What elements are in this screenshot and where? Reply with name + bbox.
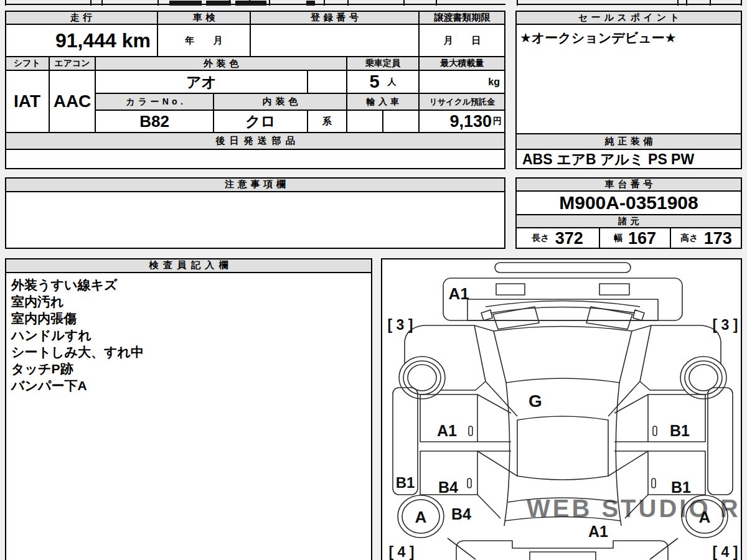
top-cut-text-remnant: [169, 1, 202, 6]
transfer-deadline-value: 月 日: [419, 24, 505, 57]
spec-width-cell: 幅 167: [599, 228, 670, 249]
inspector-header-label: 検査員記入欄: [144, 259, 233, 271]
rear-bumper: [456, 541, 668, 560]
front-grille-right: [599, 284, 629, 295]
window-line-left-rear: [477, 451, 517, 476]
top-cut-text-remnant: [306, 1, 315, 6]
width-label: 幅: [614, 233, 622, 244]
interior-color-text: クロ: [245, 111, 276, 131]
front-wheel-left: [399, 357, 445, 399]
top-cut-tick: [90, 0, 92, 6]
hood-edge: [486, 301, 640, 307]
inspector-note-line: バンパー下A: [11, 377, 87, 394]
front-grille-left: [496, 284, 525, 295]
sales-point-header: セールスポイント: [515, 11, 742, 24]
label-rocker-left: B1: [396, 474, 415, 491]
transfer-month-label: 月: [444, 35, 453, 47]
chassis-number-text: M900A-0351908: [559, 192, 698, 213]
label-tire-rear-left: [ 4 ]: [389, 544, 415, 560]
later-parts-value-empty: [5, 149, 505, 169]
top-cut-tick: [677, 0, 679, 6]
spec-length-cell: 長さ 372: [515, 228, 599, 249]
equipment-value: ABS エアB アルミ PS PW: [515, 149, 742, 169]
exterior-color-value: アオ: [95, 70, 308, 93]
capacity-unit: 人: [388, 77, 397, 88]
window-line-right-rear: [608, 451, 648, 476]
shift-value: IAT: [5, 70, 49, 133]
a-pillar-line-left2: [486, 381, 517, 416]
top-cut-tick: [436, 0, 437, 6]
height-label: 高さ: [680, 233, 698, 244]
license-plate-area: [530, 552, 596, 560]
top-cut-tick: [347, 0, 349, 6]
top-cut-text-remnant: [206, 1, 231, 6]
inspection-header-label: 車検: [189, 12, 218, 24]
equipment-header: 純正装備: [515, 134, 742, 149]
top-cut-tick: [710, 0, 711, 6]
color-no-text: B82: [139, 112, 169, 131]
registration-header-label: 登録番号: [307, 12, 362, 24]
top-cut-tick: [269, 0, 270, 6]
a-pillar-line-right2: [608, 381, 640, 416]
damage-diagram-panel: WEB STUDIO R A1 [ 3 ] [ 3 ] G A1 B1 B1 B…: [381, 258, 742, 560]
interior-color-header-label: 内装色: [259, 96, 301, 108]
top-cut-tick: [101, 0, 103, 6]
length-label: 長さ: [532, 233, 549, 244]
door-gap-left: [477, 442, 511, 451]
top-cut-row-line-right: [517, 0, 742, 5]
label-rear-wheel-left: A: [415, 508, 427, 526]
capacity-header: 乗車定員: [347, 57, 419, 70]
interior-color-header: 内装色: [214, 93, 347, 110]
inspector-note-line: 外装うすい線キズ: [11, 276, 117, 293]
import-car-header-label: 輸入車: [363, 96, 402, 108]
transfer-deadline-label: 譲渡書類期限: [435, 12, 491, 24]
mileage-value: 91,444 km: [5, 24, 157, 57]
aircon-header: エアコン: [49, 57, 95, 70]
sales-point-box: ★オークションデビュー★: [515, 24, 742, 134]
sales-point-header-label: セールスポイント: [575, 12, 683, 24]
inspection-header: 車検: [157, 11, 250, 24]
recycle-amount: 9,130: [449, 112, 492, 131]
max-load-value: kg: [419, 70, 505, 93]
color-no-value: B82: [95, 110, 214, 133]
color-no-header-label: カラーNo.: [123, 96, 186, 108]
recycle-deposit-value: 9,130 円: [419, 110, 505, 133]
spec-height-cell: 高さ 173: [670, 228, 742, 249]
width-value: 167: [628, 229, 656, 248]
shift-value-text: IAT: [14, 91, 40, 111]
label-front-bumper: A1: [448, 284, 469, 303]
top-cut-tick: [741, 0, 742, 6]
label-windshield: G: [529, 391, 542, 411]
import-car-value-empty2: [383, 110, 419, 133]
later-parts-header-label: 後日発送部品: [211, 135, 300, 147]
car-damage-diagram: WEB STUDIO R A1 [ 3 ] [ 3 ] G A1 B1 B1 B…: [382, 259, 741, 560]
label-tire-front-right: [ 3 ]: [713, 317, 738, 333]
door-handle-fr: [653, 426, 657, 436]
recycle-deposit-header-label: リサイクル預託金: [430, 96, 496, 108]
a-pillar-line-left: [474, 325, 494, 331]
label-front-door-right: B1: [670, 422, 690, 439]
inspector-note-line: ハンドルすれ: [11, 327, 92, 343]
label-rear-gate: A1: [588, 523, 608, 540]
door-handle-fl: [469, 426, 472, 436]
equipment-header-label: 純正装備: [601, 136, 657, 147]
capacity-number: 5: [369, 72, 379, 92]
inspector-note-line: タッチP跡: [11, 360, 73, 377]
transfer-deadline-header: 譲渡書類期限: [419, 11, 505, 24]
mileage-header: 走行: [5, 11, 157, 24]
max-load-header: 最大積載量: [419, 57, 505, 70]
sales-point-text: ★オークションデビュー★: [520, 29, 677, 47]
windshield: [494, 327, 632, 383]
max-load-header-label: 最大積載量: [441, 58, 484, 69]
top-cut-tick: [157, 0, 159, 6]
exterior-color-text: アオ: [186, 72, 217, 92]
inspector-header: 検査員記入欄: [5, 258, 372, 273]
corner-lamp-left: [481, 310, 492, 320]
top-cut-tick: [5, 0, 6, 6]
recycle-deposit-header: リサイクル預託金: [419, 93, 505, 110]
capacity-value: 5 人: [347, 70, 419, 93]
top-cut-tick: [324, 0, 325, 6]
import-car-value-empty: [347, 110, 383, 133]
corner-lamp-right: [633, 310, 644, 320]
max-load-unit: kg: [488, 77, 500, 88]
